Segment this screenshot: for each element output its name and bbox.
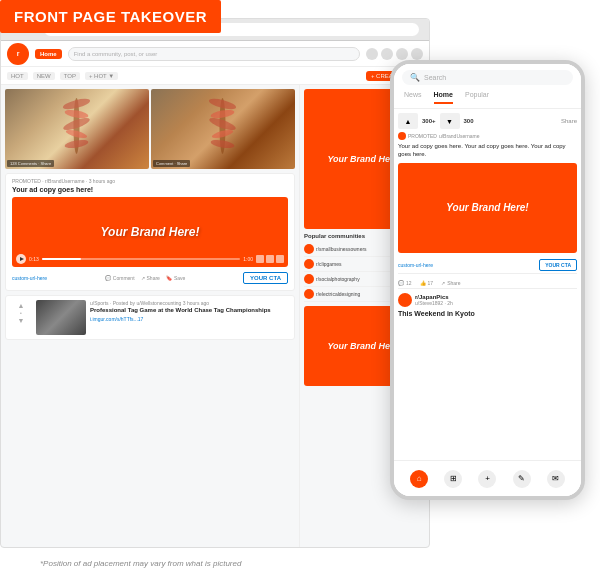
share-label: Share — [147, 275, 160, 281]
mobile-promoted-label: PROMOTED u/BrandUsername — [398, 132, 577, 140]
nav-icon-4[interactable] — [411, 48, 423, 60]
promoted-ad-card: PROMOTED · r/BrandUsername · 3 hours ago… — [5, 173, 295, 291]
mobile-tab-home[interactable]: Home — [434, 91, 453, 104]
subnav-top[interactable]: TOP — [60, 72, 80, 80]
sculpture-image-2 — [206, 94, 241, 159]
nav-icon-3[interactable] — [396, 48, 408, 60]
mobile-downvote-count: 300 — [464, 118, 474, 124]
mobile-comments[interactable]: 💬 12 — [398, 280, 412, 286]
subnav-rising[interactable]: + HOT ▼ — [85, 72, 118, 80]
video-current-time: 0:13 — [29, 256, 39, 262]
front-page-takeover-banner: FRONT PAGE TAKEOVER — [0, 0, 221, 33]
mobile-search-bar[interactable]: 🔍 Search — [402, 70, 573, 85]
like-count: 17 — [428, 280, 434, 286]
mobile-downvote-btn[interactable]: ▼ — [440, 113, 460, 129]
save-icon: 🔖 — [166, 275, 172, 281]
mobile-post-username: u/Steve1892 · 2h — [415, 300, 577, 306]
reddit-home-button[interactable]: Home — [35, 49, 62, 59]
mobile-header: 🔍 Search News Home Popular — [394, 64, 581, 109]
share-engagement[interactable]: ↗ Share — [141, 275, 160, 281]
community-name-2: r/clipgames — [316, 261, 342, 267]
disclaimer-text: *Position of ad placement may vary from … — [40, 559, 241, 568]
mobile-nav-mail-icon[interactable]: ✉ — [547, 470, 565, 488]
video-extra-icons — [256, 255, 284, 263]
main-feed: 128 Comments · Share Comment · Share — [1, 85, 299, 547]
mobile-post-meta-row: ▲ 300+ ▼ 300 Share — [398, 113, 577, 129]
reddit-search-bar[interactable]: Find a community, post, or user — [68, 47, 360, 61]
mobile-tab-popular[interactable]: Popular — [465, 91, 489, 104]
ad-custom-link[interactable]: custom-url-here — [12, 275, 47, 281]
video-duration: 1:00 — [243, 256, 253, 262]
save-engagement[interactable]: 🔖 Save — [166, 275, 185, 281]
community-dot-1 — [304, 244, 314, 254]
community-info-3: r/socialphotography — [304, 274, 360, 284]
image-post-2-meta: Comment · Share — [153, 160, 190, 167]
image-posts-row: 128 Comments · Share Comment · Share — [5, 89, 295, 169]
comment-icon: 💬 — [105, 275, 111, 281]
community-dot-2 — [304, 259, 314, 269]
mobile-avatar — [398, 293, 412, 307]
nav-icon-2[interactable] — [381, 48, 393, 60]
mobile-likes[interactable]: 👍 17 — [420, 280, 434, 286]
mobile-nav-pencil-icon[interactable]: ✎ — [513, 470, 531, 488]
video-settings-icon[interactable] — [276, 255, 284, 263]
image-post-2[interactable]: Comment · Share — [151, 89, 295, 169]
nav-icon-1[interactable] — [366, 48, 378, 60]
cta-button[interactable]: YOUR CTA — [243, 272, 288, 284]
mobile-search-placeholder: Search — [424, 74, 446, 81]
video-ad-block[interactable]: Your Brand Here! 0:13 1:00 — [12, 197, 288, 267]
share-label-mobile: Share — [447, 280, 460, 286]
mobile-share[interactable]: ↗ Share — [441, 280, 460, 286]
video-progress-fill — [42, 258, 82, 260]
post-link[interactable]: i.imgur.com/s/hTTfs...17 — [90, 316, 288, 322]
mobile-tab-news[interactable]: News — [404, 91, 422, 104]
downvote-icon[interactable]: ▼ — [18, 317, 25, 324]
mobile-nav-add-icon[interactable]: + — [478, 470, 496, 488]
community-name-1: r/smallbusinessowners — [316, 246, 367, 252]
play-button[interactable] — [16, 254, 26, 264]
comment-engagement[interactable]: 💬 Comment — [105, 275, 135, 281]
mobile-search-icon: 🔍 — [410, 73, 420, 82]
share-icon-mobile: ↗ — [441, 280, 445, 286]
reddit-nav-icons — [366, 48, 423, 60]
desktop-mockup: r Home Find a community, post, or user H… — [0, 18, 430, 548]
mobile-brand-ad-text: Your Brand Here! — [446, 202, 528, 213]
subnav-new[interactable]: NEW — [33, 72, 55, 80]
mobile-cta-button[interactable]: YOUR CTA — [539, 259, 577, 271]
mobile-cta-bar: custom-url-here YOUR CTA — [398, 257, 577, 274]
image-post-1[interactable]: 128 Comments · Share — [5, 89, 149, 169]
upvote-icon[interactable]: ▲ — [18, 302, 25, 309]
video-fullscreen-icon[interactable] — [266, 255, 274, 263]
mobile-votes-row: ▲ 300+ ▼ 300 — [398, 113, 474, 129]
mobile-tabs: News Home Popular — [402, 91, 573, 104]
mobile-nav-grid-icon[interactable]: ⊞ — [444, 470, 462, 488]
community-dot-3 — [304, 274, 314, 284]
mobile-share-button[interactable]: Share — [561, 118, 577, 124]
mobile-nav-home-icon[interactable]: ⌂ — [410, 470, 428, 488]
video-ad-brand-text: Your Brand Here! — [101, 225, 200, 239]
like-icon-mobile: 👍 — [420, 280, 426, 286]
mobile-screen: 🔍 Search News Home Popular ▲ 300+ ▼ 300 … — [394, 64, 581, 496]
video-volume-icon[interactable] — [256, 255, 264, 263]
video-progress-bar[interactable] — [42, 258, 241, 260]
post-info: u/Sports · Posted by u/Wellstonecounting… — [90, 300, 288, 335]
ad-action-bar: custom-url-here 💬 Comment ↗ Share 🔖 Sa — [12, 270, 288, 286]
subnav-hot[interactable]: HOT — [7, 72, 28, 80]
video-controls: 0:13 1:00 — [16, 254, 284, 264]
mobile-cta-link[interactable]: custom-url-here — [398, 262, 433, 268]
mobile-content: ▲ 300+ ▼ 300 Share PROMOTED u/BrandUsern… — [394, 109, 581, 321]
image-post-1-meta: 128 Comments · Share — [7, 160, 54, 167]
mobile-ad-copy: Your ad copy goes here. Your ad copy goe… — [398, 142, 577, 159]
mobile-brand-ad[interactable]: Your Brand Here! — [398, 163, 577, 253]
comment-icon-mobile: 💬 — [398, 280, 404, 286]
post-title: Professional Tag Game at the World Chase… — [90, 307, 288, 315]
mobile-upvote-btn[interactable]: ▲ — [398, 113, 418, 129]
promoted-label: PROMOTED · r/BrandUsername · 3 hours ago — [12, 178, 288, 184]
comment-count: 12 — [406, 280, 412, 286]
mobile-next-post: r/JapanPics u/Steve1892 · 2h — [398, 293, 577, 307]
sculpture-image-1 — [60, 94, 95, 159]
mobile-engagement-bar: 💬 12 👍 17 ↗ Share — [398, 278, 577, 289]
community-dot-4 — [304, 289, 314, 299]
community-info-2: r/clipgames — [304, 259, 342, 269]
vote-column: ▲ • ▼ — [12, 300, 30, 335]
